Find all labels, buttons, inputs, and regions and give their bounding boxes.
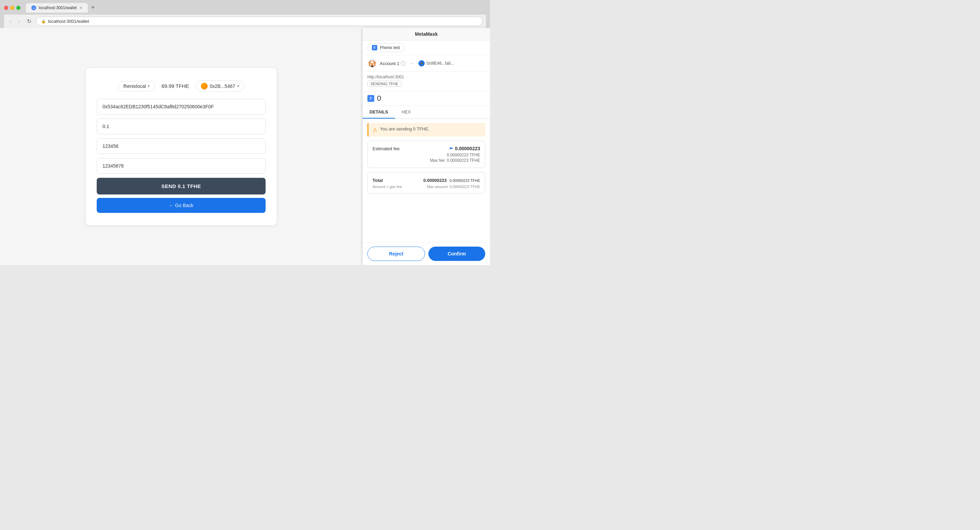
wallet-card: fhenixlocal ▾ 69.99 TFHE 🟠 0x2B...5467 ▾… — [86, 68, 277, 225]
mm-total-label: Total — [372, 178, 383, 183]
browser-toolbar: ‹ › ↻ 🔒 localhost:3001/wallet — [4, 14, 486, 28]
balance-display: 69.99 TFHE — [161, 83, 189, 89]
mm-details-tab[interactable]: DETAILS — [363, 106, 395, 119]
mm-total-max: Max amount: 0.00000223 TFHE — [427, 185, 480, 189]
recipient-address-input[interactable] — [97, 99, 266, 115]
wallet-header: fhenixlocal ▾ 69.99 TFHE 🟠 0x2B...5467 ▾ — [97, 80, 266, 92]
forward-button[interactable]: › — [16, 18, 22, 25]
mm-site-info: http://localhost:3001 SENDING TFHE — [363, 72, 490, 91]
webpage: fhenixlocal ▾ 69.99 TFHE 🟠 0x2B...5467 ▾… — [0, 28, 362, 265]
mm-warning-text: You are sending 0 TFHE. — [380, 126, 430, 132]
metamask-logo-icon — [368, 59, 377, 68]
mm-site-tab[interactable]: F Fhenix test — [368, 43, 404, 52]
tab-favicon-icon: ● — [31, 5, 36, 10]
mm-account-name-section: Account 1 i — [380, 61, 406, 66]
mm-total-sub-value: 0.00000223 TFHE — [449, 178, 480, 183]
url-text: localhost:3001/wallet — [48, 19, 89, 24]
mm-address-identicon — [418, 60, 425, 67]
browser-titlebar: ● localhost:3001/wallet × + — [4, 3, 486, 13]
refresh-button[interactable]: ↻ — [25, 18, 33, 25]
mm-site-url: http://localhost:3001 — [368, 75, 485, 80]
back-button[interactable]: ‹ — [8, 18, 13, 25]
send-button[interactable]: SEND 0.1 TFHE — [97, 178, 266, 194]
mm-fee-box: Estimated fee ✏ 0.00000223 0.00000223 TF… — [368, 141, 485, 168]
mm-footer: Reject Confirm — [363, 242, 490, 265]
tab-bar: ● localhost:3001/wallet × + — [26, 3, 97, 13]
mm-amount-row: F 0 — [363, 91, 490, 106]
mm-sending-badge: SENDING TFHE — [368, 81, 401, 87]
svg-point-11 — [373, 63, 374, 63]
mm-total-row: Total 0.00000223 0.00000223 TFHE — [372, 177, 480, 183]
mm-total-main-value: 0.00000223 — [423, 178, 447, 183]
account-chevron-icon: ▾ — [237, 84, 239, 88]
tab-title: localhost:3001/wallet — [39, 5, 76, 10]
mm-fee-label: Estimated fee — [372, 146, 400, 151]
network-label: fhenixlocal — [123, 83, 146, 89]
mm-hex-tab[interactable]: HEX — [395, 106, 418, 119]
mm-info-icon[interactable]: i — [401, 61, 406, 66]
mm-account-name-text: Account 1 — [380, 61, 399, 66]
mm-fee-sub: 0.00000223 TFHE — [372, 153, 480, 158]
mm-fee-value-section: ✏ 0.00000223 — [449, 146, 480, 151]
mm-fee-row: Estimated fee ✏ 0.00000223 — [372, 146, 480, 151]
new-tab-button[interactable]: + — [89, 3, 98, 13]
browser-chrome: ● localhost:3001/wallet × + ‹ › ↻ 🔒 loca… — [0, 0, 490, 28]
mm-arrow-icon: → — [410, 60, 414, 66]
mm-token-icon: F — [368, 95, 374, 102]
account-address-label: 0x2B...5467 — [210, 83, 235, 89]
mm-warning-box: ⚠ You are sending 0 TFHE. — [368, 123, 485, 137]
lock-icon: 🔒 — [41, 19, 46, 24]
network-selector[interactable]: fhenixlocal ▾ — [118, 81, 154, 91]
address-bar[interactable]: 🔒 localhost:3001/wallet — [36, 17, 482, 26]
svg-point-14 — [420, 61, 421, 63]
mm-content: ⚠ You are sending 0 TFHE. Estimated fee … — [363, 119, 490, 242]
account-emoji-icon: 🟠 — [201, 83, 208, 89]
mm-tabs: DETAILS HEX — [363, 106, 490, 119]
traffic-lights — [4, 6, 21, 10]
mm-fee-max: Max fee: 0.00000223 TFHE — [372, 158, 480, 163]
mm-total-box: Total 0.00000223 0.00000223 TFHE Amount … — [368, 172, 485, 194]
mm-total-desc: Amount + gas fee — [372, 185, 402, 189]
amount-input[interactable] — [97, 119, 266, 134]
metamask-popup: MetaMask F Fhenix test — [362, 28, 490, 265]
svg-point-10 — [371, 63, 371, 63]
go-back-button[interactable]: ← Go Back — [97, 198, 266, 213]
mm-title: MetaMask — [415, 31, 438, 37]
browser-tab[interactable]: ● localhost:3001/wallet × — [26, 3, 88, 13]
mm-fee-amount: 0.00000223 — [455, 146, 480, 151]
minimize-button[interactable] — [10, 6, 14, 10]
mm-address-section: 0x9fE46...fa6... — [418, 60, 454, 67]
mm-total-value-section: 0.00000223 0.00000223 TFHE — [423, 177, 480, 183]
maximize-button[interactable] — [16, 6, 21, 10]
close-button[interactable] — [4, 6, 8, 10]
mm-reject-button[interactable]: Reject — [368, 247, 425, 261]
mm-titlebar: MetaMask — [363, 28, 490, 41]
mm-amount-value: 0 — [377, 94, 381, 103]
field3-input[interactable] — [97, 158, 266, 174]
chevron-down-icon: ▾ — [148, 84, 150, 88]
account-selector[interactable]: 🟠 0x2B...5467 ▾ — [196, 80, 244, 92]
mm-wallet-address: 0x9fE46...fa6... — [427, 61, 454, 66]
mm-tab-label: Fhenix test — [380, 45, 400, 50]
field2-input[interactable] — [97, 138, 266, 154]
mm-account-bar: Account 1 i → 0x9fE46...fa6... — [363, 55, 490, 72]
mm-edit-fee-icon[interactable]: ✏ — [449, 146, 453, 151]
mm-warning-icon: ⚠ — [372, 127, 377, 133]
mm-tab-favicon-icon: F — [372, 45, 377, 50]
browser-content: fhenixlocal ▾ 69.99 TFHE 🟠 0x2B...5467 ▾… — [0, 28, 490, 265]
mm-confirm-button[interactable]: Confirm — [428, 247, 485, 261]
tab-close-button[interactable]: × — [80, 5, 82, 11]
